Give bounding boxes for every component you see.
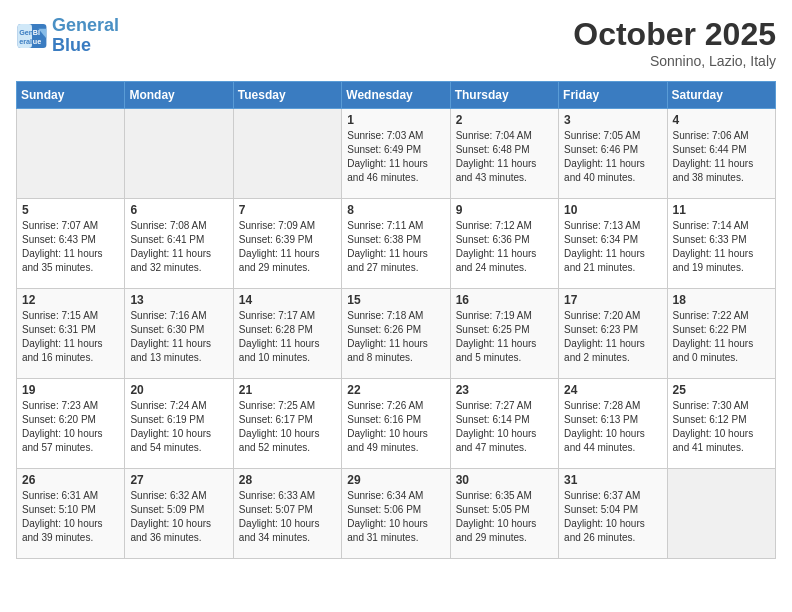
day-number: 28 — [239, 473, 336, 487]
calendar-cell: 30Sunrise: 6:35 AM Sunset: 5:05 PM Dayli… — [450, 469, 558, 559]
svg-text:Gen: Gen — [19, 28, 33, 37]
day-info: Sunrise: 7:05 AM Sunset: 6:46 PM Dayligh… — [564, 129, 661, 185]
logo-line1: General — [52, 15, 119, 35]
day-number: 17 — [564, 293, 661, 307]
day-number: 16 — [456, 293, 553, 307]
day-info: Sunrise: 7:09 AM Sunset: 6:39 PM Dayligh… — [239, 219, 336, 275]
day-number: 21 — [239, 383, 336, 397]
calendar-cell: 7Sunrise: 7:09 AM Sunset: 6:39 PM Daylig… — [233, 199, 341, 289]
calendar-cell: 26Sunrise: 6:31 AM Sunset: 5:10 PM Dayli… — [17, 469, 125, 559]
day-info: Sunrise: 7:30 AM Sunset: 6:12 PM Dayligh… — [673, 399, 770, 455]
day-info: Sunrise: 7:26 AM Sunset: 6:16 PM Dayligh… — [347, 399, 444, 455]
day-number: 14 — [239, 293, 336, 307]
day-info: Sunrise: 7:24 AM Sunset: 6:19 PM Dayligh… — [130, 399, 227, 455]
day-number: 4 — [673, 113, 770, 127]
day-number: 23 — [456, 383, 553, 397]
day-number: 26 — [22, 473, 119, 487]
calendar-week-row: 1Sunrise: 7:03 AM Sunset: 6:49 PM Daylig… — [17, 109, 776, 199]
day-number: 6 — [130, 203, 227, 217]
svg-text:eral: eral — [19, 37, 32, 46]
page-header: Gen eral Bl ue General Blue October 2025… — [16, 16, 776, 69]
day-number: 27 — [130, 473, 227, 487]
logo-line2: Blue — [52, 35, 91, 55]
day-info: Sunrise: 7:15 AM Sunset: 6:31 PM Dayligh… — [22, 309, 119, 365]
logo: Gen eral Bl ue General Blue — [16, 16, 119, 56]
calendar-cell: 13Sunrise: 7:16 AM Sunset: 6:30 PM Dayli… — [125, 289, 233, 379]
calendar-cell: 27Sunrise: 6:32 AM Sunset: 5:09 PM Dayli… — [125, 469, 233, 559]
calendar-cell: 19Sunrise: 7:23 AM Sunset: 6:20 PM Dayli… — [17, 379, 125, 469]
calendar-cell: 21Sunrise: 7:25 AM Sunset: 6:17 PM Dayli… — [233, 379, 341, 469]
day-info: Sunrise: 7:16 AM Sunset: 6:30 PM Dayligh… — [130, 309, 227, 365]
logo-icon: Gen eral Bl ue — [16, 22, 48, 50]
svg-text:Bl: Bl — [33, 28, 40, 37]
logo-text: General Blue — [52, 16, 119, 56]
location-subtitle: Sonnino, Lazio, Italy — [573, 53, 776, 69]
calendar-cell: 11Sunrise: 7:14 AM Sunset: 6:33 PM Dayli… — [667, 199, 775, 289]
weekday-header-sunday: Sunday — [17, 82, 125, 109]
day-info: Sunrise: 6:33 AM Sunset: 5:07 PM Dayligh… — [239, 489, 336, 545]
calendar-cell: 29Sunrise: 6:34 AM Sunset: 5:06 PM Dayli… — [342, 469, 450, 559]
day-number: 2 — [456, 113, 553, 127]
day-info: Sunrise: 7:28 AM Sunset: 6:13 PM Dayligh… — [564, 399, 661, 455]
calendar-cell — [17, 109, 125, 199]
calendar-cell: 23Sunrise: 7:27 AM Sunset: 6:14 PM Dayli… — [450, 379, 558, 469]
day-info: Sunrise: 7:27 AM Sunset: 6:14 PM Dayligh… — [456, 399, 553, 455]
month-title: October 2025 — [573, 16, 776, 53]
day-info: Sunrise: 6:34 AM Sunset: 5:06 PM Dayligh… — [347, 489, 444, 545]
calendar-week-row: 5Sunrise: 7:07 AM Sunset: 6:43 PM Daylig… — [17, 199, 776, 289]
day-number: 9 — [456, 203, 553, 217]
weekday-header-monday: Monday — [125, 82, 233, 109]
day-info: Sunrise: 7:17 AM Sunset: 6:28 PM Dayligh… — [239, 309, 336, 365]
calendar-cell: 16Sunrise: 7:19 AM Sunset: 6:25 PM Dayli… — [450, 289, 558, 379]
weekday-header-tuesday: Tuesday — [233, 82, 341, 109]
day-info: Sunrise: 7:23 AM Sunset: 6:20 PM Dayligh… — [22, 399, 119, 455]
day-number: 13 — [130, 293, 227, 307]
day-info: Sunrise: 7:03 AM Sunset: 6:49 PM Dayligh… — [347, 129, 444, 185]
day-number: 31 — [564, 473, 661, 487]
day-number: 3 — [564, 113, 661, 127]
day-number: 30 — [456, 473, 553, 487]
day-number: 20 — [130, 383, 227, 397]
day-info: Sunrise: 7:18 AM Sunset: 6:26 PM Dayligh… — [347, 309, 444, 365]
calendar-week-row: 19Sunrise: 7:23 AM Sunset: 6:20 PM Dayli… — [17, 379, 776, 469]
day-number: 12 — [22, 293, 119, 307]
calendar-cell: 17Sunrise: 7:20 AM Sunset: 6:23 PM Dayli… — [559, 289, 667, 379]
day-info: Sunrise: 7:07 AM Sunset: 6:43 PM Dayligh… — [22, 219, 119, 275]
day-number: 29 — [347, 473, 444, 487]
calendar-cell: 8Sunrise: 7:11 AM Sunset: 6:38 PM Daylig… — [342, 199, 450, 289]
calendar-cell: 31Sunrise: 6:37 AM Sunset: 5:04 PM Dayli… — [559, 469, 667, 559]
day-info: Sunrise: 7:19 AM Sunset: 6:25 PM Dayligh… — [456, 309, 553, 365]
day-number: 7 — [239, 203, 336, 217]
calendar-cell: 20Sunrise: 7:24 AM Sunset: 6:19 PM Dayli… — [125, 379, 233, 469]
calendar-cell: 5Sunrise: 7:07 AM Sunset: 6:43 PM Daylig… — [17, 199, 125, 289]
calendar-week-row: 12Sunrise: 7:15 AM Sunset: 6:31 PM Dayli… — [17, 289, 776, 379]
svg-text:ue: ue — [33, 37, 41, 46]
day-number: 8 — [347, 203, 444, 217]
day-info: Sunrise: 7:20 AM Sunset: 6:23 PM Dayligh… — [564, 309, 661, 365]
day-info: Sunrise: 7:12 AM Sunset: 6:36 PM Dayligh… — [456, 219, 553, 275]
day-info: Sunrise: 6:35 AM Sunset: 5:05 PM Dayligh… — [456, 489, 553, 545]
calendar-cell: 3Sunrise: 7:05 AM Sunset: 6:46 PM Daylig… — [559, 109, 667, 199]
day-info: Sunrise: 7:06 AM Sunset: 6:44 PM Dayligh… — [673, 129, 770, 185]
calendar-cell: 14Sunrise: 7:17 AM Sunset: 6:28 PM Dayli… — [233, 289, 341, 379]
calendar-cell: 28Sunrise: 6:33 AM Sunset: 5:07 PM Dayli… — [233, 469, 341, 559]
day-number: 5 — [22, 203, 119, 217]
day-number: 18 — [673, 293, 770, 307]
day-info: Sunrise: 6:32 AM Sunset: 5:09 PM Dayligh… — [130, 489, 227, 545]
weekday-header-wednesday: Wednesday — [342, 82, 450, 109]
day-info: Sunrise: 7:13 AM Sunset: 6:34 PM Dayligh… — [564, 219, 661, 275]
day-info: Sunrise: 6:37 AM Sunset: 5:04 PM Dayligh… — [564, 489, 661, 545]
calendar-cell: 18Sunrise: 7:22 AM Sunset: 6:22 PM Dayli… — [667, 289, 775, 379]
calendar-cell: 1Sunrise: 7:03 AM Sunset: 6:49 PM Daylig… — [342, 109, 450, 199]
day-info: Sunrise: 7:25 AM Sunset: 6:17 PM Dayligh… — [239, 399, 336, 455]
day-info: Sunrise: 7:22 AM Sunset: 6:22 PM Dayligh… — [673, 309, 770, 365]
day-number: 24 — [564, 383, 661, 397]
day-info: Sunrise: 7:11 AM Sunset: 6:38 PM Dayligh… — [347, 219, 444, 275]
day-number: 11 — [673, 203, 770, 217]
calendar-cell: 2Sunrise: 7:04 AM Sunset: 6:48 PM Daylig… — [450, 109, 558, 199]
day-info: Sunrise: 7:14 AM Sunset: 6:33 PM Dayligh… — [673, 219, 770, 275]
calendar-cell: 6Sunrise: 7:08 AM Sunset: 6:41 PM Daylig… — [125, 199, 233, 289]
calendar-cell: 9Sunrise: 7:12 AM Sunset: 6:36 PM Daylig… — [450, 199, 558, 289]
calendar-week-row: 26Sunrise: 6:31 AM Sunset: 5:10 PM Dayli… — [17, 469, 776, 559]
day-info: Sunrise: 7:08 AM Sunset: 6:41 PM Dayligh… — [130, 219, 227, 275]
